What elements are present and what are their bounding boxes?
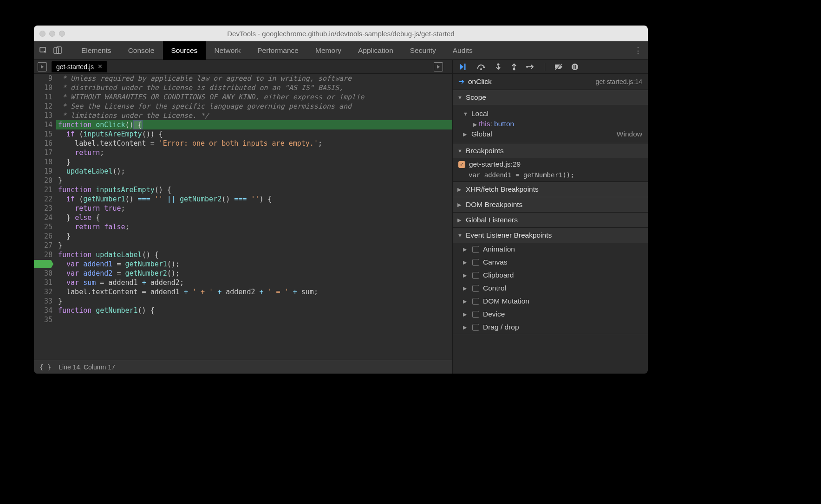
gutter-line[interactable]: 11 xyxy=(34,92,52,102)
code-line[interactable]: if (getNumber1() === '' || getNumber2() … xyxy=(56,194,452,204)
gutter-line[interactable]: 16 xyxy=(34,139,52,148)
scope-local-this[interactable]: ▶ this: button xyxy=(463,120,648,128)
event-listener-breakpoints-header[interactable]: ▼Event Listener Breakpoints xyxy=(453,228,648,243)
inspect-icon[interactable] xyxy=(39,46,48,55)
event-category-device[interactable]: ▶Device xyxy=(453,308,648,321)
code-line[interactable]: var addend1 = getNumber1(); xyxy=(56,259,452,269)
event-category-clipboard[interactable]: ▶Clipboard xyxy=(453,269,648,282)
code-line[interactable]: function getNumber1() { xyxy=(56,306,452,315)
code-line[interactable]: * WITHOUT WARRANTIES OR CONDITIONS OF AN… xyxy=(56,92,452,102)
scope-header[interactable]: ▼Scope xyxy=(453,90,648,105)
gutter-line[interactable]: 17 xyxy=(34,148,52,157)
code-line[interactable]: } xyxy=(56,241,452,250)
event-checkbox[interactable] xyxy=(472,311,479,318)
gutter-line[interactable]: 14 xyxy=(34,120,52,129)
gutter-line[interactable]: 9 xyxy=(34,74,52,83)
gutter-line[interactable]: 29 xyxy=(34,259,52,269)
event-checkbox[interactable] xyxy=(472,285,479,292)
gutter-line[interactable]: 23 xyxy=(34,204,52,213)
code-line[interactable]: if (inputsAreEmpty()) { xyxy=(56,129,452,139)
gutter-line[interactable]: 10 xyxy=(34,83,52,92)
gutter-line[interactable]: 27 xyxy=(34,241,52,250)
code-line[interactable]: } else { xyxy=(56,213,452,222)
event-checkbox[interactable] xyxy=(472,272,479,279)
code-line[interactable] xyxy=(56,315,452,324)
code-line[interactable]: } xyxy=(56,157,452,167)
code-line[interactable]: return false; xyxy=(56,222,452,232)
breakpoint-item[interactable]: ✓ get-started.js:29 xyxy=(453,158,648,170)
format-icon[interactable]: { } xyxy=(39,363,51,371)
code-line[interactable]: updateLabel(); xyxy=(56,167,452,176)
event-checkbox[interactable] xyxy=(472,259,479,266)
code-line[interactable]: label.textContent = 'Error: one or both … xyxy=(56,139,452,148)
dom-breakpoints-header[interactable]: ▶DOM Breakpoints xyxy=(453,197,648,212)
tab-sources[interactable]: Sources xyxy=(163,41,206,60)
more-icon[interactable]: ⋮ xyxy=(634,45,642,56)
code-line[interactable]: var sum = addend1 + addend2; xyxy=(56,278,452,287)
scope-global[interactable]: ▶GlobalWindow xyxy=(463,128,648,140)
tab-console[interactable]: Console xyxy=(120,41,163,60)
gutter-line[interactable]: 18 xyxy=(34,157,52,167)
close-tab-icon[interactable]: ✕ xyxy=(98,63,103,70)
gutter-line[interactable]: 34 xyxy=(34,306,52,315)
event-category-dom-mutation[interactable]: ▶DOM Mutation xyxy=(453,295,648,308)
close-dot[interactable] xyxy=(39,31,46,37)
navigator-toggle-icon[interactable] xyxy=(38,62,47,71)
code-line[interactable]: function onClick() { xyxy=(56,120,452,129)
code-line[interactable]: * See the License for the specific langu… xyxy=(56,102,452,111)
tab-performance[interactable]: Performance xyxy=(249,41,307,60)
gutter-line[interactable]: 28 xyxy=(34,250,52,259)
code-line[interactable]: } xyxy=(56,176,452,185)
editor-tab[interactable]: get-started.js ✕ xyxy=(52,61,107,72)
event-checkbox[interactable] xyxy=(472,298,479,305)
tab-network[interactable]: Network xyxy=(206,41,249,60)
event-checkbox[interactable] xyxy=(472,246,479,253)
code-line[interactable]: function inputsAreEmpty() { xyxy=(56,185,452,194)
drawer-toggle-icon[interactable] xyxy=(434,62,443,71)
gutter-line[interactable]: 31 xyxy=(34,278,52,287)
gutter-line[interactable]: 15 xyxy=(34,129,52,139)
code-line[interactable]: return; xyxy=(56,148,452,157)
code-line[interactable]: } xyxy=(56,232,452,241)
gutter-line[interactable]: 13 xyxy=(34,111,52,120)
callstack-frame[interactable]: ➔ onClick get-started.js:14 xyxy=(453,74,648,90)
gutter-line[interactable]: 19 xyxy=(34,167,52,176)
resume-icon[interactable] xyxy=(459,63,469,71)
gutter-line[interactable]: 32 xyxy=(34,287,52,297)
code-line[interactable]: * distributed under the License is distr… xyxy=(56,83,452,92)
event-category-animation[interactable]: ▶Animation xyxy=(453,243,648,256)
event-category-canvas[interactable]: ▶Canvas xyxy=(453,256,648,269)
gutter-line[interactable]: 22 xyxy=(34,194,52,204)
event-checkbox[interactable] xyxy=(472,324,479,331)
zoom-dot[interactable] xyxy=(59,31,65,37)
code-line[interactable]: } xyxy=(56,297,452,306)
code-line[interactable]: * limitations under the License. */ xyxy=(56,111,452,120)
gutter-line[interactable]: 24 xyxy=(34,213,52,222)
step-over-icon[interactable] xyxy=(477,63,486,71)
deactivate-breakpoints-icon[interactable] xyxy=(554,63,563,71)
device-toggle-icon[interactable] xyxy=(53,46,62,55)
gutter-line[interactable]: 30 xyxy=(34,269,52,278)
event-category-drag-drop[interactable]: ▶Drag / drop xyxy=(453,321,648,334)
code-editor[interactable]: 9101112131415161718192021222324252627282… xyxy=(34,74,452,360)
pause-exceptions-icon[interactable] xyxy=(571,63,579,71)
breakpoints-header[interactable]: ▼Breakpoints xyxy=(453,143,648,158)
global-listeners-header[interactable]: ▶Global Listeners xyxy=(453,213,648,227)
step-icon[interactable] xyxy=(526,63,535,71)
code-line[interactable]: function updateLabel() { xyxy=(56,250,452,259)
minimize-dot[interactable] xyxy=(49,31,55,37)
gutter-line[interactable]: 25 xyxy=(34,222,52,232)
scope-local[interactable]: ▼Local xyxy=(463,108,648,120)
code-line[interactable]: return true; xyxy=(56,204,452,213)
tab-elements[interactable]: Elements xyxy=(73,41,120,60)
tab-application[interactable]: Application xyxy=(350,41,402,60)
step-out-icon[interactable] xyxy=(510,63,518,71)
code-line[interactable]: var addend2 = getNumber2(); xyxy=(56,269,452,278)
gutter-line[interactable]: 33 xyxy=(34,297,52,306)
gutter-line[interactable]: 21 xyxy=(34,185,52,194)
code-line[interactable]: * Unless required by applicable law or a… xyxy=(56,74,452,83)
tab-security[interactable]: Security xyxy=(402,41,444,60)
tab-memory[interactable]: Memory xyxy=(307,41,350,60)
step-into-icon[interactable] xyxy=(495,63,502,71)
gutter-line[interactable]: 26 xyxy=(34,232,52,241)
